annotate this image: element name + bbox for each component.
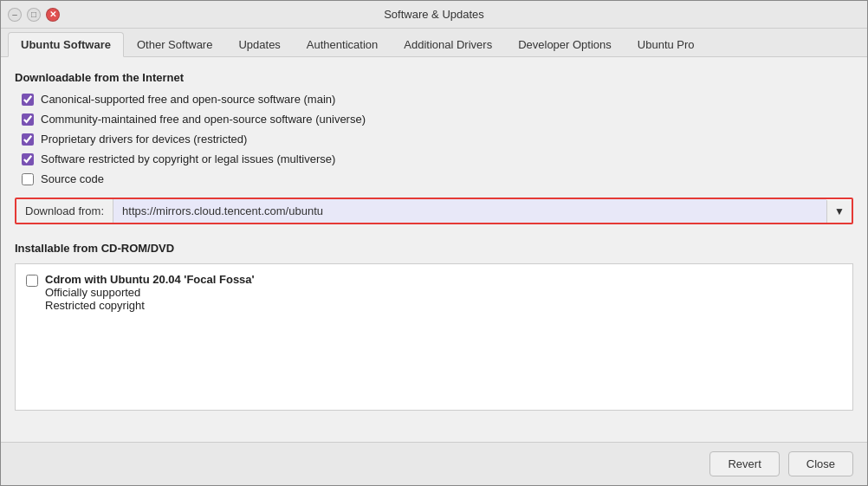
- main-window: – □ ✕ Software & Updates Ubuntu Software…: [0, 0, 868, 486]
- tab-additional-drivers[interactable]: Additional Drivers: [391, 32, 505, 56]
- cdrom-box: Cdrom with Ubuntu 20.04 'Focal Fossa' Of…: [15, 263, 853, 411]
- checkbox-source-label[interactable]: Source code: [41, 172, 104, 185]
- checkbox-restricted-label[interactable]: Proprietary drivers for devices (restric…: [41, 133, 247, 146]
- download-from-value: https://mirrors.cloud.tencent.com/ubuntu: [113, 199, 826, 223]
- checkbox-main-label[interactable]: Canonical-supported free and open-source…: [41, 93, 335, 106]
- cdrom-item: Cdrom with Ubuntu 20.04 'Focal Fossa' Of…: [26, 273, 842, 312]
- checkbox-row-main: Canonical-supported free and open-source…: [15, 93, 853, 106]
- cdrom-sub2: Restricted copyright: [45, 299, 255, 312]
- tab-other-software[interactable]: Other Software: [124, 32, 225, 56]
- checkbox-restricted[interactable]: [22, 133, 34, 146]
- checkbox-row-restricted: Proprietary drivers for devices (restric…: [15, 133, 853, 146]
- tabs-bar: Ubuntu Software Other Software Updates A…: [1, 29, 867, 57]
- close-window-button[interactable]: ✕: [46, 8, 60, 22]
- checkbox-row-source: Source code: [15, 172, 853, 185]
- tab-authentication[interactable]: Authentication: [294, 32, 391, 56]
- cdrom-name: Cdrom with Ubuntu 20.04 'Focal Fossa': [45, 273, 255, 286]
- window-controls: – □ ✕: [8, 8, 60, 22]
- checkbox-source[interactable]: [22, 173, 34, 185]
- tab-updates[interactable]: Updates: [225, 32, 293, 56]
- checkbox-row-multiverse: Software restricted by copyright or lega…: [15, 152, 853, 165]
- tab-ubuntu-pro[interactable]: Ubuntu Pro: [625, 32, 708, 56]
- close-button[interactable]: Close: [788, 451, 853, 476]
- revert-button[interactable]: Revert: [709, 451, 779, 476]
- checkbox-multiverse[interactable]: [22, 153, 34, 165]
- footer: Revert Close: [1, 442, 867, 485]
- download-from-row: Download from: https://mirrors.cloud.ten…: [15, 198, 853, 224]
- cdrom-sub1: Officially supported: [45, 286, 255, 299]
- maximize-button[interactable]: □: [27, 8, 41, 22]
- window-title: Software & Updates: [60, 8, 808, 21]
- download-from-label: Download from:: [16, 199, 113, 223]
- download-from-dropdown[interactable]: ▼: [826, 200, 852, 223]
- minimize-button[interactable]: –: [8, 8, 22, 22]
- section2: Installable from CD-ROM/DVD Cdrom with U…: [15, 242, 853, 411]
- checkbox-universe[interactable]: [22, 113, 34, 126]
- tab-developer-options[interactable]: Developer Options: [505, 32, 625, 56]
- tab-ubuntu-software[interactable]: Ubuntu Software: [8, 32, 124, 57]
- section2-title: Installable from CD-ROM/DVD: [15, 242, 853, 255]
- title-left-spacer: – □ ✕: [8, 8, 60, 22]
- checkbox-row-universe: Community-maintained free and open-sourc…: [15, 113, 853, 126]
- section1-title: Downloadable from the Internet: [15, 71, 853, 84]
- checkbox-universe-label[interactable]: Community-maintained free and open-sourc…: [41, 113, 366, 126]
- checkbox-multiverse-label[interactable]: Software restricted by copyright or lega…: [41, 152, 335, 165]
- checkbox-main[interactable]: [22, 94, 34, 106]
- content-area: Downloadable from the Internet Canonical…: [1, 57, 867, 442]
- titlebar: – □ ✕ Software & Updates: [1, 1, 867, 29]
- cdrom-checkbox[interactable]: [26, 275, 38, 287]
- cdrom-item-text: Cdrom with Ubuntu 20.04 'Focal Fossa' Of…: [45, 273, 255, 312]
